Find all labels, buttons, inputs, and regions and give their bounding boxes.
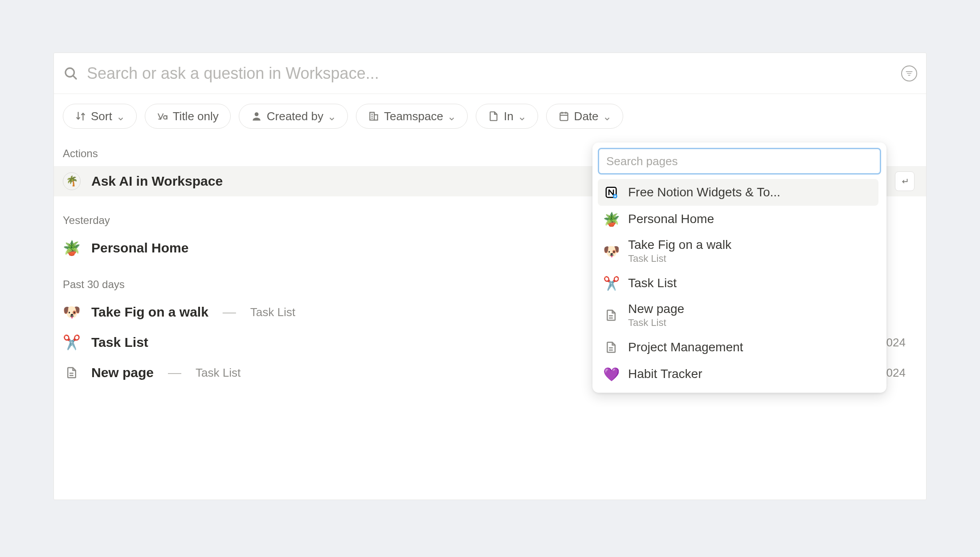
in-label: In — [504, 110, 514, 123]
dropdown-item-take-fig[interactable]: 🐶 Take Fig on a walk Task List — [598, 232, 878, 270]
dropdown-item-title: Task List — [628, 276, 677, 290]
dropdown-item-title: Take Fig on a walk — [628, 238, 731, 252]
chevron-down-icon — [603, 112, 611, 120]
created-by-chip[interactable]: Created by — [239, 104, 348, 129]
ai-icon: 🌴 — [63, 172, 81, 190]
sort-label: Sort — [91, 110, 112, 123]
search-input[interactable] — [79, 64, 901, 83]
dropdown-item-task-list[interactable]: ✂️ Task List — [598, 270, 878, 297]
page-icon — [603, 339, 619, 355]
created-by-label: Created by — [267, 110, 323, 123]
date-chip[interactable]: Date — [546, 104, 623, 129]
dropdown-item-habit-tracker[interactable]: 💜 Habit Tracker — [598, 361, 878, 387]
svg-line-1 — [73, 75, 76, 78]
text-icon — [157, 110, 168, 122]
dropdown-item-title: Free Notion Widgets & To... — [628, 185, 780, 199]
heart-icon: 💜 — [603, 366, 619, 382]
calendar-icon — [558, 110, 570, 122]
emoji-icon: 🐶 — [63, 303, 81, 321]
dropdown-search-input[interactable] — [606, 154, 873, 168]
dropdown-list: Free Notion Widgets & To... 🪴 Personal H… — [598, 179, 881, 387]
dropdown-item-free-notion-widgets[interactable]: Free Notion Widgets & To... — [598, 179, 878, 206]
teamspace-label: Teamspace — [384, 110, 443, 123]
emoji-icon: 🪴 — [603, 211, 619, 227]
result-subtitle: Task List — [250, 305, 295, 319]
result-title: Task List — [91, 335, 148, 350]
title-only-chip[interactable]: Title only — [145, 104, 231, 129]
result-title: Take Fig on a walk — [91, 305, 208, 320]
notion-icon — [603, 184, 619, 200]
dropdown-item-title: New page — [628, 302, 684, 316]
chevron-down-icon — [328, 112, 336, 120]
dropdown-item-subtitle: Task List — [628, 317, 684, 329]
page-icon — [603, 307, 619, 323]
emoji-icon: 🐶 — [603, 243, 619, 259]
dropdown-item-title: Project Management — [628, 340, 743, 354]
scissors-icon: ✂️ — [603, 275, 619, 291]
sort-chip[interactable]: Sort — [63, 104, 137, 129]
trailing-year-text: 024 — [886, 366, 906, 380]
building-icon — [368, 110, 380, 122]
page-icon — [488, 110, 499, 122]
svg-point-6 — [254, 112, 258, 116]
result-title: Personal Home — [91, 240, 188, 256]
trailing-year-text: 024 — [886, 336, 906, 350]
person-icon — [251, 110, 262, 122]
date-label: Date — [574, 110, 599, 123]
page-icon — [63, 364, 81, 382]
dropdown-item-project-management[interactable]: Project Management — [598, 334, 878, 361]
dropdown-search-wrap — [598, 148, 881, 175]
search-icon — [63, 65, 79, 81]
svg-rect-12 — [560, 113, 568, 120]
dropdown-item-subtitle: Task List — [628, 253, 731, 264]
chevron-down-icon — [518, 112, 526, 120]
teamspace-chip[interactable]: Teamspace — [356, 104, 468, 129]
separator: — — [219, 305, 240, 320]
sort-icon — [75, 110, 86, 122]
result-subtitle: Task List — [196, 366, 241, 380]
result-title: New page — [91, 365, 154, 380]
chevron-down-icon — [448, 112, 456, 120]
in-filter-dropdown: Free Notion Widgets & To... 🪴 Personal H… — [592, 142, 886, 393]
separator: — — [164, 365, 185, 380]
emoji-icon: 🪴 — [63, 239, 81, 257]
search-bar — [54, 53, 926, 94]
dropdown-item-title: Habit Tracker — [628, 367, 702, 381]
svg-point-5 — [163, 116, 167, 119]
enter-key-icon — [895, 171, 915, 191]
svg-rect-8 — [374, 115, 378, 120]
ask-ai-title: Ask AI in Workspace — [91, 174, 223, 189]
title-only-label: Title only — [173, 110, 219, 123]
in-chip[interactable]: In — [476, 104, 538, 129]
dropdown-item-personal-home[interactable]: 🪴 Personal Home — [598, 206, 878, 232]
dropdown-item-title: Personal Home — [628, 212, 714, 226]
chevron-down-icon — [117, 112, 125, 120]
filter-settings-icon[interactable] — [901, 65, 917, 81]
filters-row: Sort Title only Created by — [54, 94, 926, 138]
scissors-icon: ✂️ — [63, 333, 81, 351]
dropdown-item-new-page[interactable]: New page Task List — [598, 297, 878, 334]
